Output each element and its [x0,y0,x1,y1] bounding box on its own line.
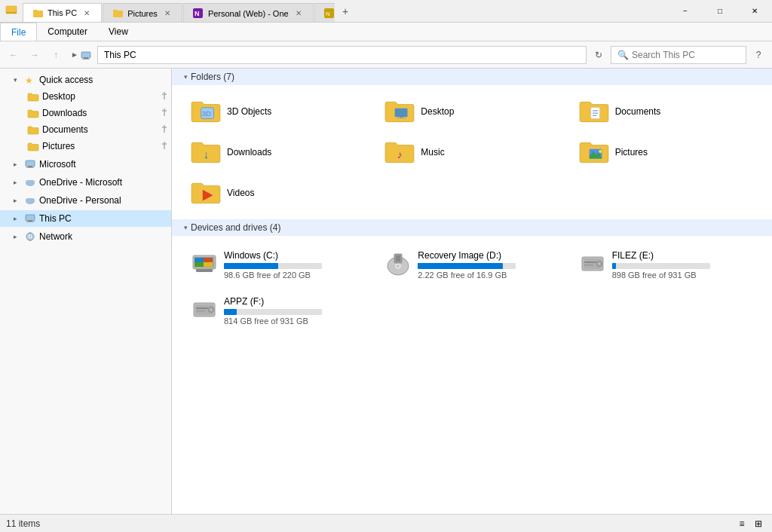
drive-free-appz-f: 814 GB free of 931 GB [224,316,365,326]
tab-news[interactable]: NNews✕ [314,3,335,22]
expand-icon-microsoft[interactable]: ▸ [9,158,21,170]
folder-icon-music: ♪ [384,140,415,164]
svg-rect-33 [26,222,34,222]
svg-rect-56 [204,258,213,262]
sidebar-item-quick-access[interactable]: ▾★Quick access [0,72,171,88]
sidebar-child-label-documents: Documents [42,124,158,135]
folder-name-documents: Documents [615,106,661,117]
cloud-icon-onedrive-personal [24,194,36,206]
svg-rect-10 [81,52,90,58]
sidebar-item-thispc[interactable]: ▸This PC [0,210,171,227]
svg-text:★: ★ [25,75,33,85]
address-bar: ← → ↑ ► This PC ↻ 🔍 ? [0,41,772,69]
folder-item-videos[interactable]: Videos [184,176,372,210]
drives-section-label: Devices and drives (4) [191,222,280,233]
svg-rect-24 [26,167,34,168]
new-tab-button[interactable]: + [335,2,356,21]
svg-rect-54 [196,269,213,272]
sidebar-child-desktop[interactable]: Desktop [0,88,171,105]
drive-free-recovery-d: 2.22 GB free of 16.9 GB [418,271,559,280]
expand-icon-quick-access[interactable]: ▾ [9,74,21,86]
address-path-text: This PC [104,50,136,60]
drive-item-filez-e[interactable]: FILEZ (E:)898 GB free of 931 GB [572,245,760,285]
drive-name-filez-e: FILEZ (E:) [612,250,753,261]
details-view-button[interactable]: ⊞ [751,516,766,531]
search-box[interactable]: 🔍 [611,46,746,64]
sidebar-label-network: Network [39,231,171,242]
tab-onenote[interactable]: NPersonal (Web) - One✕ [183,3,314,22]
app-icon [0,5,23,17]
drive-bar-bg-recovery-d [418,263,516,269]
folders-section-header[interactable]: ▾Folders (7) [172,69,772,85]
sidebar: ▾★Quick accessDesktopDownloadsDocumentsP… [0,69,172,514]
drive-item-appz-f[interactable]: APPZ (F:)814 GB free of 931 GB [184,291,372,331]
svg-rect-58 [204,262,213,267]
search-input[interactable] [632,50,730,60]
tab-close-pictures[interactable]: ✕ [162,8,173,19]
svg-rect-12 [82,59,90,60]
back-button[interactable]: ← [5,46,23,64]
close-button[interactable]: ✕ [737,0,772,23]
up-button[interactable]: ↑ [47,46,65,64]
drive-icon-filez-e [579,250,606,277]
status-bar: 11 items ≡ ⊞ [0,514,772,532]
folder-icon-videos [191,181,221,205]
sidebar-item-network[interactable]: ▸Network [0,228,171,245]
folder-icon-downloads [27,107,39,119]
sidebar-child-downloads[interactable]: Downloads [0,105,171,121]
folder-icon-pictures [579,140,609,164]
svg-rect-63 [396,255,400,261]
drives-section-header[interactable]: ▾Devices and drives (4) [172,219,772,236]
folder-item-music[interactable]: ♪Music [378,135,565,170]
ribbon-tab-view[interactable]: View [98,23,139,41]
expand-icon-onedrive-ms[interactable]: ▸ [9,176,21,188]
address-path[interactable]: This PC [97,46,587,64]
folder-item-desktop[interactable]: Desktop [378,94,565,129]
folder-item-pictures[interactable]: Pictures [572,135,760,170]
expand-icon-thispc[interactable]: ▸ [9,212,21,225]
list-view-button[interactable]: ≡ [734,516,749,531]
drive-bar-bg-windows-c [224,263,322,269]
svg-text:3D: 3D [202,109,211,118]
ribbon-tab-file[interactable]: File [0,23,37,41]
sidebar-item-onedrive-ms[interactable]: ▸OneDrive - Microsoft [0,174,171,191]
pin-icon-pictures [161,142,168,151]
svg-rect-41 [397,118,406,118]
ribbon-tab-computer[interactable]: Computer [37,23,98,41]
maximize-button[interactable]: □ [703,0,737,23]
forward-button[interactable]: → [26,46,44,64]
sidebar-item-onedrive-personal[interactable]: ▸OneDrive - Personal [0,192,171,209]
svg-point-30 [30,198,35,203]
folder-item-documents[interactable]: Documents [572,94,760,129]
sidebar-item-microsoft[interactable]: ▸Microsoft [0,156,171,173]
drive-free-windows-c: 98.6 GB free of 220 GB [224,271,365,280]
sidebar-child-documents[interactable]: Documents [0,121,171,138]
svg-rect-40 [400,116,403,118]
help-button[interactable]: ? [749,46,767,64]
tab-thispc[interactable]: This PC✕ [23,3,102,22]
sidebar-child-pictures[interactable]: Pictures [0,138,171,154]
folder-item-downloads[interactable]: ↓Downloads [184,135,372,170]
sidebar-section-onedrive-ms: ▸OneDrive - Microsoft [0,174,171,191]
refresh-button[interactable]: ↻ [590,46,608,64]
expand-icon-onedrive-personal[interactable]: ▸ [9,194,21,206]
tab-close-onenote[interactable]: ✕ [293,8,304,19]
drive-name-appz-f: APPZ (F:) [224,296,365,307]
svg-rect-1 [6,12,17,14]
svg-rect-23 [28,166,32,167]
minimize-button[interactable]: − [668,0,703,23]
svg-rect-11 [84,57,88,59]
window-controls: − □ ✕ [668,0,772,23]
svg-text:♪: ♪ [397,149,403,161]
folder-name-3dobjects: 3D Objects [227,106,271,117]
svg-rect-39 [395,109,408,118]
drive-item-recovery-d[interactable]: Recovery Image (D:)2.22 GB free of 16.9 … [378,245,565,285]
expand-icon-network[interactable]: ▸ [9,231,21,243]
tab-pictures[interactable]: Pictures✕ [103,3,182,22]
folder-item-3dobjects[interactable]: 3D3D Objects [184,94,372,129]
tab-close-thispc[interactable]: ✕ [81,8,92,18]
drive-info-recovery-d: Recovery Image (D:)2.22 GB free of 16.9 … [418,250,559,280]
folders-section-label: Folders (7) [191,72,234,82]
svg-rect-55 [195,258,204,262]
drive-item-windows-c[interactable]: Windows (C:)98.6 GB free of 220 GB [184,245,372,285]
